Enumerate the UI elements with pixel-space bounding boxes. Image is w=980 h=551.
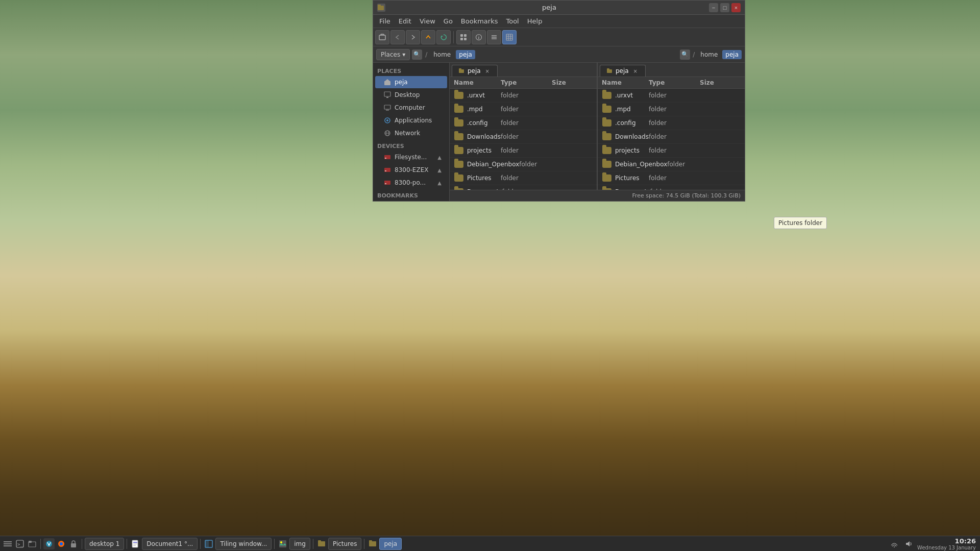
table-row[interactable]: .mpd folder xyxy=(598,103,745,116)
taskbar-writer-icon[interactable] xyxy=(130,538,141,549)
eject-icon-3[interactable]: ▲ xyxy=(436,179,443,186)
info-button[interactable]: i xyxy=(472,30,486,44)
sidebar-8300ezex-label: 8300-EZEX xyxy=(395,166,428,173)
left-col-type[interactable]: Type xyxy=(501,79,552,86)
breadcrumb-peja-right[interactable]: peja xyxy=(722,50,742,59)
sidebar-item-8300ezex[interactable]: 8300-EZEX ▲ xyxy=(375,164,447,176)
table-row[interactable]: Debian_Openbox folder xyxy=(450,158,597,171)
table-row[interactable]: .config folder xyxy=(598,116,745,130)
right-col-name[interactable]: Name xyxy=(602,79,649,86)
back-button[interactable] xyxy=(390,30,405,44)
left-col-name[interactable]: Name xyxy=(454,79,501,86)
breadcrumb-peja-left[interactable]: peja xyxy=(456,50,475,59)
sidebar-item-post[interactable]: post xyxy=(375,201,447,201)
toolbar: i xyxy=(373,28,745,46)
sidebar-item-filesystem[interactable]: Filesyste... ▲ xyxy=(375,151,447,163)
right-col-type[interactable]: Type xyxy=(649,79,700,86)
folder-icon xyxy=(454,173,464,183)
taskbar-firefox-icon[interactable] xyxy=(56,538,67,549)
taskbar-peja-icon[interactable] xyxy=(367,538,378,549)
taskbar-network-icon[interactable] xyxy=(889,538,900,549)
menu-tool[interactable]: Tool xyxy=(502,16,523,27)
refresh-button[interactable] xyxy=(436,30,451,44)
taskbar-pictures-icon[interactable] xyxy=(316,538,327,549)
table-row[interactable]: Debian_Openbox folder xyxy=(598,158,745,171)
right-tab-close[interactable]: × xyxy=(632,67,639,74)
taskbar-lock-icon[interactable] xyxy=(68,538,79,549)
svg-text:i: i xyxy=(478,35,480,40)
left-col-size[interactable]: Size xyxy=(552,79,593,86)
table-row[interactable]: Pictures folder xyxy=(598,171,745,185)
minimize-button[interactable]: − xyxy=(709,3,718,12)
window-title: peja xyxy=(389,4,709,11)
taskbar-tiling-btn[interactable]: Tiling window... xyxy=(215,538,272,550)
svg-rect-39 xyxy=(607,68,609,70)
search-icon-right[interactable]: 🔍 xyxy=(680,49,690,60)
sidebar-item-applications[interactable]: Applications xyxy=(375,114,447,127)
sidebar-filesystem-label: Filesyste... xyxy=(395,154,427,161)
sidebar-item-network[interactable]: Network xyxy=(375,127,447,139)
sidebar-item-desktop[interactable]: Desktop xyxy=(375,89,447,101)
breadcrumb-home-right[interactable]: home xyxy=(697,50,721,59)
sidebar-item-computer[interactable]: Computer xyxy=(375,102,447,114)
table-row[interactable]: Downloads folder xyxy=(450,130,597,144)
eject-icon-1[interactable]: ▲ xyxy=(436,154,443,161)
right-tab-peja[interactable]: peja × xyxy=(600,65,646,77)
list-view-button[interactable] xyxy=(487,30,501,44)
taskbar-peja-btn[interactable]: peja xyxy=(379,538,402,550)
left-tab-label: peja xyxy=(468,67,481,74)
table-row[interactable]: Downloads folder xyxy=(598,130,745,144)
menu-bookmarks[interactable]: Bookmarks xyxy=(457,16,502,27)
detail-view-button[interactable] xyxy=(502,30,517,44)
desktop-icon xyxy=(383,91,391,99)
menu-edit[interactable]: Edit xyxy=(395,16,415,27)
taskbar-clock[interactable]: 10:26 Wednesday 13 January xyxy=(917,537,976,550)
menu-help[interactable]: Help xyxy=(523,16,547,27)
menu-bar: File Edit View Go Bookmarks Tool Help xyxy=(373,15,745,28)
table-row[interactable]: .mpd folder xyxy=(450,103,597,116)
taskbar-menu-icon[interactable] xyxy=(2,538,13,549)
table-row[interactable]: .config folder xyxy=(450,116,597,130)
sidebar-applications-label: Applications xyxy=(395,117,432,124)
taskbar-xfce-icon[interactable] xyxy=(43,538,55,549)
taskbar-pictures-btn[interactable]: Pictures xyxy=(328,538,362,550)
taskbar-img-icon[interactable] xyxy=(277,538,288,549)
table-row[interactable]: Pictures folder xyxy=(450,171,597,185)
sidebar-devices-label: Devices xyxy=(373,140,449,151)
close-button[interactable]: × xyxy=(731,3,741,12)
taskbar-img-btn[interactable]: img xyxy=(289,538,310,550)
left-tab-peja[interactable]: peja × xyxy=(452,65,498,77)
maximize-button[interactable]: □ xyxy=(720,3,729,12)
grid-view-button[interactable] xyxy=(456,30,471,44)
sidebar-places-label: Places xyxy=(373,65,449,76)
places-dropdown[interactable]: Places ▾ xyxy=(376,49,410,60)
breadcrumb-home-left[interactable]: home xyxy=(430,50,454,59)
forward-button[interactable] xyxy=(406,30,420,44)
taskbar-right-section: 10:26 Wednesday 13 January xyxy=(885,537,980,550)
menu-view[interactable]: View xyxy=(415,16,439,27)
search-icon-left[interactable]: 🔍 xyxy=(412,49,422,60)
eject-icon-2[interactable]: ▲ xyxy=(436,166,443,173)
taskbar-desktop-btn[interactable]: desktop 1 xyxy=(85,538,124,550)
sidebar-item-peja[interactable]: peja xyxy=(375,76,447,88)
menu-file[interactable]: File xyxy=(375,16,395,27)
drive-icon-1 xyxy=(383,153,391,161)
dropdown-arrow-icon: ▾ xyxy=(402,51,405,58)
taskbar-volume-icon[interactable] xyxy=(903,538,914,549)
taskbar-tiling-icon[interactable] xyxy=(203,538,214,549)
taskbar-terminal-icon[interactable]: >_ xyxy=(14,538,26,549)
new-tab-button[interactable] xyxy=(375,30,389,44)
sidebar-item-8300po[interactable]: 8300-po... ▲ xyxy=(375,177,447,189)
right-col-size[interactable]: Size xyxy=(700,79,741,86)
taskbar-files-icon[interactable] xyxy=(27,538,38,549)
left-tab-close[interactable]: × xyxy=(484,67,491,74)
table-row[interactable]: projects folder xyxy=(450,144,597,158)
svg-rect-20 xyxy=(386,97,388,98)
up-button[interactable] xyxy=(421,30,435,44)
menu-go[interactable]: Go xyxy=(439,16,457,27)
folder-icon xyxy=(454,104,464,114)
table-row[interactable]: projects folder xyxy=(598,144,745,158)
table-row[interactable]: .urxvt folder xyxy=(598,89,745,103)
table-row[interactable]: .urxvt folder xyxy=(450,89,597,103)
taskbar-document-btn[interactable]: Document1 °... xyxy=(142,538,198,550)
